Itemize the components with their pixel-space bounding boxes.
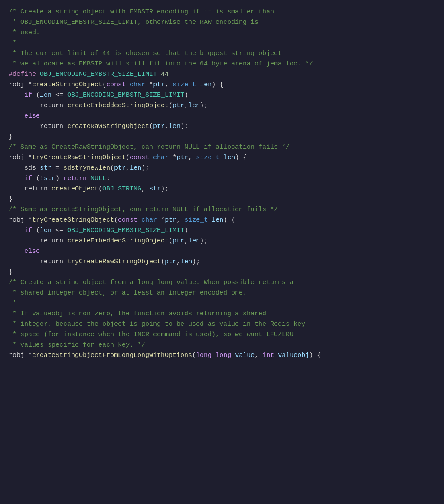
code-line: else xyxy=(9,246,435,257)
code-line: * we allocate as EMBSTR will still fit i… xyxy=(9,59,435,69)
code-line: * If valueobj is non zero, the function … xyxy=(9,309,435,319)
code-viewer: /* Create a string object with EMBSTR en… xyxy=(9,7,435,361)
code-line: return createEmbeddedStringObject(ptr,le… xyxy=(9,101,435,111)
code-line: * shared integer object, or at least an … xyxy=(9,288,435,298)
code-line: return createRawStringObject(ptr,len); xyxy=(9,121,435,132)
code-line: * integer, because the object is going t… xyxy=(9,319,435,330)
code-line: * xyxy=(9,38,435,49)
code-line: if (len <= OBJ_ENCODING_EMBSTR_SIZE_LIMI… xyxy=(9,90,435,101)
code-line: * The current limit of 44 is chosen so t… xyxy=(9,49,435,59)
code-line: * used. xyxy=(9,28,435,38)
code-line: * values specific for each key. */ xyxy=(9,340,435,350)
code-line: /* Create a string object from a long lo… xyxy=(9,278,435,288)
code-line: /* Same as CreateRawStringObject, can re… xyxy=(9,142,435,153)
code-line: * xyxy=(9,298,435,309)
code-line: #define OBJ_ENCODING_EMBSTR_SIZE_LIMIT 4… xyxy=(9,69,435,80)
code-line: if (!str) return NULL; xyxy=(9,173,435,184)
code-line: } xyxy=(9,267,435,278)
code-line: robj *createStringObject(const char *ptr… xyxy=(9,80,435,90)
code-line: /* Create a string object with EMBSTR en… xyxy=(9,7,435,17)
code-line: return createObject(OBJ_STRING, str); xyxy=(9,184,435,194)
code-line: * OBJ_ENCODING_EMBSTR_SIZE_LIMIT, otherw… xyxy=(9,17,435,28)
code-line: return tryCreateRawStringObject(ptr,len)… xyxy=(9,257,435,267)
code-line: } xyxy=(9,132,435,142)
code-line: robj *tryCreateStringObject(const char *… xyxy=(9,215,435,226)
code-line: return createEmbeddedStringObject(ptr,le… xyxy=(9,236,435,246)
code-line: } xyxy=(9,194,435,205)
code-line: * space (for instance when the INCR comm… xyxy=(9,330,435,340)
code-line: /* Same as createStringObject, can retur… xyxy=(9,205,435,215)
code-line: else xyxy=(9,111,435,121)
code-line: if (len <= OBJ_ENCODING_EMBSTR_SIZE_LIMI… xyxy=(9,226,435,236)
code-line: robj *tryCreateRawStringObject(const cha… xyxy=(9,153,435,163)
code-line: robj *createStringObjectFromLongLongWith… xyxy=(9,350,435,361)
code-line: sds str = sdstrynewlen(ptr,len); xyxy=(9,163,435,173)
